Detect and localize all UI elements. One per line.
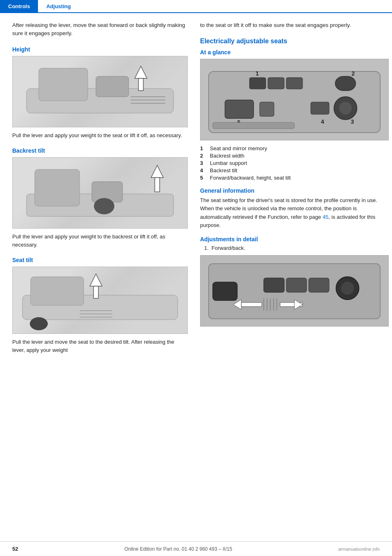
svg-rect-24 [249, 78, 266, 89]
svg-rect-28 [335, 76, 356, 91]
tab-controls[interactable]: Controls [0, 0, 38, 12]
svg-rect-2 [96, 76, 129, 97]
item-4-num: 4 [200, 167, 207, 173]
svg-rect-12 [155, 178, 160, 192]
svg-marker-16 [90, 274, 102, 286]
list-item-4: 4 Backrest tilt [200, 167, 389, 173]
seat-tilt-caption: Pull the lever and move the seat to the … [12, 338, 188, 354]
height-heading: Height [12, 46, 188, 53]
gen-info-text: The seat setting for the driver's seat i… [200, 196, 389, 229]
seat-diagram-image: 1 2 3 4 5 [200, 59, 389, 140]
item-3-num: 3 [200, 160, 207, 166]
svg-rect-46 [213, 282, 237, 300]
electrically-adjustable-title: Electrically adjustable seats [200, 38, 389, 45]
seat-tilt-diagram-svg [14, 267, 186, 334]
adjustments-item-1: 1. Forward/back. [204, 245, 389, 251]
svg-rect-31 [260, 102, 274, 116]
right-intro: to the seat or lift it off to make sure … [200, 21, 389, 29]
item-2-label: Backrest width [210, 153, 245, 159]
tab-adjusting[interactable]: Adjusting [38, 0, 79, 12]
svg-rect-43 [309, 278, 329, 292]
backrest-heading: Backrest tilt [12, 147, 188, 154]
svg-point-33 [339, 102, 352, 115]
seat-tilt-image [12, 267, 188, 334]
svg-rect-30 [225, 100, 254, 118]
list-item-3: 3 Lumbar support [200, 160, 389, 166]
svg-text:3: 3 [351, 118, 354, 125]
item-5-label: Forward/backward, height, seat tilt [210, 175, 291, 181]
item-4-label: Backrest tilt [210, 167, 237, 173]
svg-rect-15 [31, 277, 84, 305]
item-1-label: Seat and mirror memory [210, 145, 267, 151]
svg-rect-42 [286, 278, 307, 292]
adjustments-heading: Adjustments in detail [200, 236, 389, 242]
svg-rect-26 [286, 78, 303, 89]
forward-back-svg [200, 256, 388, 327]
main-content: After releasing the lever, move the seat… [0, 13, 392, 370]
svg-text:4: 4 [321, 118, 324, 125]
svg-marker-11 [151, 165, 163, 178]
backrest-caption: Pull the lever and apply your weight to … [12, 233, 188, 249]
svg-rect-25 [268, 78, 284, 89]
forward-back-image [200, 255, 389, 327]
adjustments-list: 1. Forward/back. [200, 245, 389, 251]
numbered-list: 1 Seat and mirror memory 2 Backrest widt… [200, 145, 389, 181]
right-column: to the seat or lift it off to make sure … [200, 21, 389, 362]
svg-point-13 [94, 198, 114, 214]
seat-controls-svg: 1 2 3 4 5 [200, 59, 388, 140]
backrest-image [12, 157, 188, 229]
seat-tilt-heading: Seat tilt [12, 257, 188, 263]
top-navigation: Controls Adjusting [0, 0, 392, 13]
svg-point-45 [341, 282, 354, 295]
svg-rect-38 [213, 122, 294, 129]
left-column: After releasing the lever, move the seat… [12, 21, 188, 362]
list-item-5: 5 Forward/backward, height, seat tilt [200, 175, 389, 181]
svg-point-18 [30, 317, 48, 330]
list-item-1: 1 Seat and mirror memory [200, 145, 389, 151]
svg-rect-35 [311, 102, 329, 114]
footer-info: Online Edition for Part no. 01 40 2 960 … [124, 546, 232, 552]
item-1-num: 1 [200, 145, 207, 151]
page-number: 52 [12, 546, 18, 552]
svg-marker-3 [135, 66, 147, 78]
backrest-diagram-svg [14, 157, 186, 229]
svg-rect-41 [264, 278, 284, 292]
svg-rect-9 [35, 169, 80, 206]
item-2-num: 2 [200, 153, 207, 159]
page-link[interactable]: 45 [323, 214, 328, 220]
svg-text:2: 2 [352, 70, 355, 77]
list-item-2: 2 Backrest width [200, 153, 389, 159]
svg-text:1: 1 [256, 70, 259, 77]
item-3-label: Lumbar support [210, 160, 247, 166]
svg-rect-17 [94, 286, 98, 298]
footer: 52 Online Edition for Part no. 01 40 2 9… [0, 541, 392, 556]
height-caption: Pull the lever and apply your weight to … [12, 131, 188, 140]
svg-rect-1 [39, 68, 88, 101]
height-image [12, 56, 188, 127]
intro-paragraph: After releasing the lever, move the seat… [12, 21, 188, 38]
footer-logo: armanualsonline.info [338, 547, 380, 552]
item-5-num: 5 [200, 175, 207, 181]
gen-info-heading: General information [200, 187, 389, 194]
at-glance-heading: At a glance [200, 49, 389, 56]
svg-rect-4 [138, 78, 143, 91]
height-diagram-svg [14, 56, 186, 127]
svg-rect-48 [241, 302, 262, 307]
